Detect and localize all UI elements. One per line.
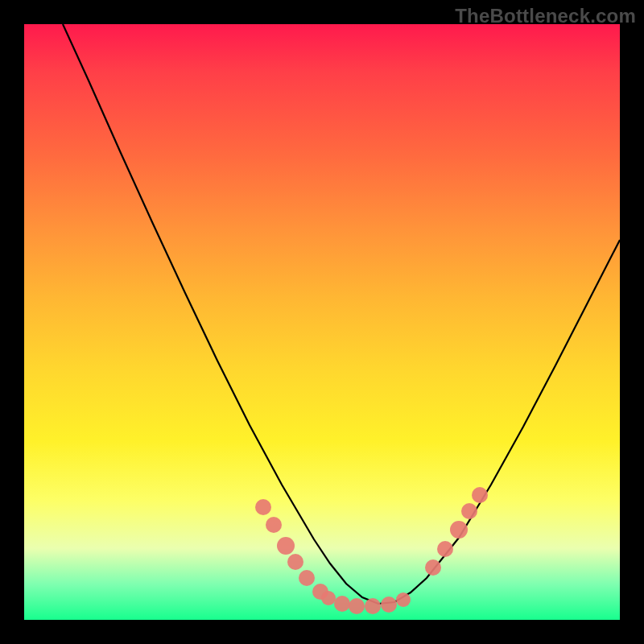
marker-dot [349,598,365,614]
marker-dots-group [255,487,488,614]
marker-dot [437,541,453,557]
marker-dot [266,517,282,533]
marker-dot [381,597,397,613]
marker-dot [287,554,303,570]
marker-dot [461,503,477,519]
bottleneck-curve [63,24,620,604]
marker-dot [365,598,381,614]
marker-dot [334,596,350,612]
chart-svg [24,24,620,620]
marker-dot [396,592,411,607]
marker-dot [299,570,315,586]
watermark-text: TheBottleneck.com [455,5,636,27]
marker-dot [321,591,336,605]
chart-plot-area [24,24,620,620]
marker-dot [450,521,468,539]
marker-dot [472,487,488,503]
marker-dot [255,499,271,515]
marker-dot [277,537,295,555]
marker-dot [425,559,441,576]
